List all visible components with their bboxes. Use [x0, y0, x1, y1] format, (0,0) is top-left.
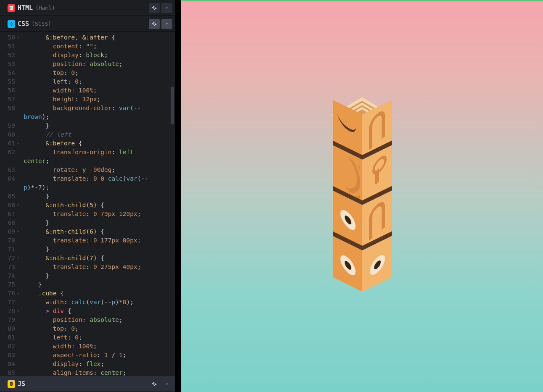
- preview-panel: [175, 0, 543, 392]
- js-panel-header: JS: [0, 376, 175, 392]
- html-preprocessor-label: (Haml): [35, 5, 55, 11]
- totem-illustration: [333, 97, 392, 287]
- code-content[interactable]: &:before, &:after { content: ""; display…: [18, 32, 175, 376]
- cube-4: [333, 250, 392, 301]
- editor-panel: HTML (Haml) CSS (SCSS): [0, 0, 175, 392]
- preview-output: [181, 0, 543, 392]
- css-label: CSS: [18, 20, 29, 28]
- eye-decoration: [340, 206, 356, 234]
- js-label: JS: [18, 380, 25, 388]
- line-gutter: 5051525354555657585960616263646566676869…: [0, 32, 18, 376]
- js-settings-button[interactable]: [149, 379, 160, 389]
- html-collapse-button[interactable]: [161, 3, 172, 13]
- js-editor-section: JS: [0, 376, 175, 392]
- css-settings-button[interactable]: [149, 19, 160, 29]
- scrollbar-thumb[interactable]: [171, 87, 174, 124]
- html-settings-button[interactable]: [149, 3, 160, 13]
- css-preprocessor-label: (SCSS): [32, 21, 51, 27]
- scrollbar-track[interactable]: [170, 32, 174, 376]
- css-icon: [8, 20, 15, 28]
- html-panel-header: HTML (Haml): [0, 0, 175, 16]
- css-tab[interactable]: CSS (SCSS): [3, 18, 55, 29]
- css-panel-header: CSS (SCSS): [0, 16, 175, 32]
- html-label: HTML: [18, 4, 33, 12]
- css-collapse-button[interactable]: [161, 19, 172, 29]
- arch-decoration: [369, 197, 385, 240]
- js-icon: [8, 380, 15, 388]
- js-tab[interactable]: JS: [3, 379, 29, 389]
- eye-decoration: [370, 251, 385, 279]
- smile-decoration: [337, 112, 357, 137]
- preview-accent-bar: [181, 0, 543, 1]
- html-tab[interactable]: HTML (Haml): [3, 3, 59, 13]
- key-decoration: [372, 156, 382, 189]
- html-icon: [8, 4, 15, 12]
- arch-decoration: [369, 107, 385, 150]
- eye-decoration: [340, 251, 356, 279]
- css-code-editor[interactable]: 5051525354555657585960616263646566676869…: [0, 32, 175, 376]
- css-editor-section: CSS (SCSS) 50515253545556575859606162636…: [0, 16, 175, 376]
- js-collapse-button[interactable]: [161, 379, 172, 389]
- html-editor-section: HTML (Haml): [0, 0, 175, 16]
